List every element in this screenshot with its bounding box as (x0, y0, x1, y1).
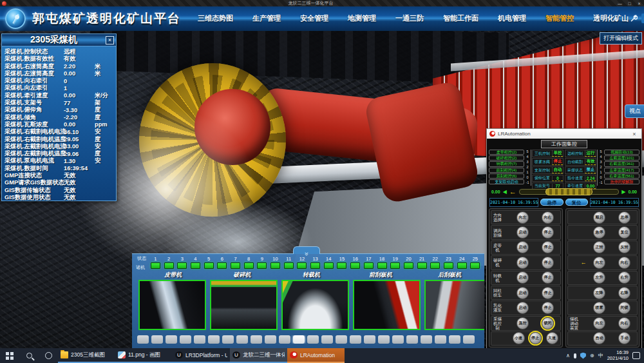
estop-button[interactable]: 急停 (540, 199, 563, 206)
channel-indicator[interactable]: 15 (336, 256, 349, 269)
channel-indicator[interactable]: 8 (242, 256, 256, 269)
channel-indicator[interactable]: 11 (282, 256, 296, 269)
channel-indicator[interactable]: 12 (296, 256, 309, 269)
control-button[interactable]: 左降 (593, 287, 605, 299)
taskbar-task[interactable]: U LR3DPlatform - U... (173, 348, 230, 363)
channel-indicator[interactable]: 2 (162, 256, 176, 269)
camera-thumbnail[interactable] (424, 280, 484, 330)
selector-dot[interactable] (151, 335, 163, 344)
menu-item[interactable]: 生产管理 (252, 14, 281, 23)
selector-dot[interactable] (251, 335, 262, 344)
viewpoint-tab[interactable]: 视点 (625, 104, 644, 118)
selector-dot[interactable] (236, 335, 248, 344)
program-button[interactable]: 后刮程控(6) (489, 173, 524, 179)
control-button[interactable]: 自动 (593, 332, 605, 344)
control-button[interactable]: 右降 (618, 287, 630, 299)
menu-item[interactable]: 三维态势图 (198, 14, 233, 23)
selector-dot[interactable] (449, 335, 460, 344)
selector-dot[interactable] (307, 335, 319, 344)
protect-button[interactable]: 左截温度(101) (604, 155, 639, 161)
menu-item[interactable]: 安全管理 (300, 14, 328, 23)
control-button[interactable]: 启动 (516, 271, 529, 284)
channel-indicator[interactable]: 22 (428, 256, 442, 269)
control-button[interactable]: 停止 (542, 241, 554, 253)
control-button[interactable]: 停止 (542, 287, 554, 299)
selector-dot[interactable] (336, 335, 347, 344)
control-button[interactable]: 小速 (513, 332, 525, 344)
taskbar-task[interactable]: 11.png - 画图 (115, 348, 173, 363)
channel-indicator[interactable]: 23 (442, 256, 455, 269)
channel-indicator[interactable]: 18 (375, 256, 389, 269)
protect-button[interactable]: 视频联动(13) (604, 150, 639, 155)
control-button[interactable]: 启动 (516, 241, 529, 253)
slider-handle[interactable] (545, 188, 593, 195)
network-icon[interactable]: ⊕ (590, 353, 594, 358)
selector-dot[interactable] (166, 335, 177, 344)
taskbar-task[interactable]: U 龙软二三维一体化... (230, 348, 287, 363)
start-button[interactable] (0, 348, 19, 363)
control-button[interactable]: 右升 (618, 271, 630, 284)
menu-item[interactable]: 透明化矿山 (593, 14, 629, 23)
control-button[interactable]: 左升 (593, 271, 605, 284)
protect-button[interactable]: 右牵温度(561) (604, 173, 639, 179)
channel-indicator[interactable]: 25 (469, 256, 482, 269)
workface-tab[interactable]: 工作面集控 (541, 140, 587, 148)
menu-item[interactable]: 机电管理 (498, 14, 526, 23)
menu-item[interactable]: 地测管理 (348, 14, 376, 23)
camera-thumbnail[interactable] (281, 280, 349, 330)
control-button[interactable]: 向左 (516, 211, 529, 224)
open-edit-mode-button[interactable]: 打开编辑模式 (600, 32, 642, 44)
selector-dot[interactable] (421, 335, 432, 344)
camera-thumbnail[interactable] (138, 280, 206, 330)
control-button[interactable]: 启动 (516, 287, 529, 299)
program-button[interactable]: 支架联动启动 (489, 179, 524, 184)
program-button[interactable]: 转载程控(7) (489, 161, 524, 166)
selector-dot[interactable] (321, 335, 333, 344)
control-button[interactable]: 启动 (516, 302, 529, 314)
channel-indicator[interactable]: 16 (348, 256, 362, 269)
search-button[interactable] (19, 348, 39, 363)
channel-indicator[interactable]: 21 (415, 256, 429, 269)
program-button[interactable]: 前刮程控(4) (489, 168, 524, 173)
selector-dot[interactable] (279, 335, 290, 344)
taskbar-task[interactable]: 2305三维截图 (58, 348, 115, 363)
selector-dot[interactable] (406, 335, 418, 344)
wrench-icon[interactable] (629, 14, 638, 23)
camera-thumbnail[interactable] (353, 280, 421, 330)
tray-chevron-icon[interactable]: ∧ (566, 353, 570, 358)
selector-dot[interactable] (222, 335, 234, 344)
menu-item[interactable]: 智能管控 (545, 14, 574, 23)
gear-icon[interactable] (641, 14, 644, 23)
ime-indicator[interactable]: 中 (598, 352, 603, 359)
collapse-chevron-icon[interactable]: « (293, 246, 320, 254)
menu-item[interactable]: 智能工作面 (443, 14, 478, 23)
control-button[interactable]: 停止 (542, 226, 554, 239)
control-button[interactable]: 闭锁 (618, 302, 630, 314)
maximize-button[interactable]: □ (625, 1, 634, 6)
channel-indicator[interactable]: 9 (256, 256, 269, 269)
selector-dot[interactable] (392, 335, 404, 344)
control-button[interactable]: 停止 (529, 332, 542, 344)
channel-indicator[interactable]: 24 (455, 256, 469, 269)
channel-indicator[interactable]: 6 (215, 256, 229, 269)
control-button[interactable]: 启动 (516, 226, 529, 239)
channel-indicator[interactable]: 10 (269, 256, 282, 269)
control-button[interactable]: 反转 (618, 241, 630, 253)
program-button[interactable]: 皮带程控(2) (489, 150, 524, 155)
protect-button[interactable]: 左牵温度(417) (604, 168, 639, 173)
channel-indicator[interactable]: 19 (388, 256, 402, 269)
program-button[interactable]: 破碎程控(2) (489, 155, 524, 161)
control-button[interactable]: 手动 (618, 332, 630, 344)
selector-dot[interactable] (350, 335, 361, 344)
clock[interactable]: 16:39 2021/4/10 (607, 350, 629, 361)
control-button[interactable]: 停止 (542, 271, 554, 284)
selector-dot[interactable] (265, 335, 276, 344)
minimize-button[interactable]: — (615, 1, 625, 6)
close-button[interactable]: × (634, 1, 644, 6)
menu-item[interactable]: 一通三防 (395, 14, 424, 23)
selector-dot[interactable] (180, 335, 191, 344)
taskbar-task[interactable]: LRAutomation (287, 348, 345, 363)
channel-indicator[interactable]: 7 (229, 256, 242, 269)
control-button[interactable]: 遥控 (516, 317, 529, 329)
control-button[interactable]: 总停 (618, 211, 630, 224)
